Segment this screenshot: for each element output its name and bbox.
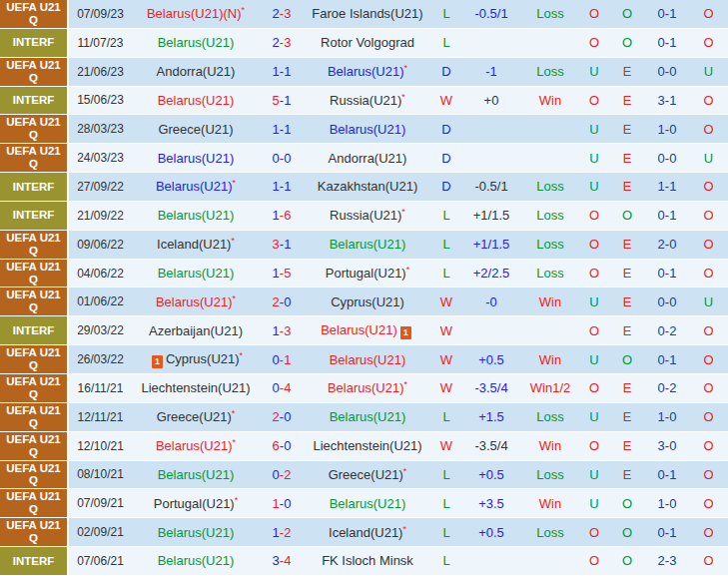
over-under-2-cell: U bbox=[689, 144, 728, 173]
odd-even-cell: O bbox=[609, 28, 645, 57]
away-team-name: Rotor Volgograd bbox=[321, 35, 414, 50]
result-letter-cell: W bbox=[431, 373, 461, 402]
home-team-cell[interactable]: Belarus(U21)* bbox=[132, 173, 260, 202]
home-team-cell[interactable]: Liechtenstein(U21) bbox=[132, 373, 260, 402]
handicap-result-cell: Loss bbox=[521, 57, 579, 86]
away-team-cell[interactable]: Greece(U21)* bbox=[304, 460, 431, 489]
halftime-score-cell: 0-0 bbox=[645, 144, 689, 173]
home-team-name: Azerbaijan(U21) bbox=[149, 323, 243, 338]
away-team-cell[interactable]: Belarus(U21)* bbox=[304, 373, 431, 402]
competition-cell: UEFA U21 Q bbox=[0, 115, 68, 144]
halftime-score-cell: 1-0 bbox=[645, 402, 689, 431]
competition-cell: INTERF bbox=[0, 547, 68, 576]
home-team-cell[interactable]: Belarus(U21) bbox=[132, 518, 260, 547]
handicap-result-cell: Loss bbox=[521, 402, 579, 431]
home-team-cell[interactable]: Belarus(U21) bbox=[132, 460, 260, 489]
handicap-result-cell: Win bbox=[521, 431, 579, 460]
away-team-cell[interactable]: Portugal(U21)* bbox=[304, 259, 431, 288]
halftime-score-cell: 0-0 bbox=[645, 288, 689, 316]
handicap-cell: +1/1.5 bbox=[461, 201, 521, 230]
result-letter-cell: W bbox=[431, 86, 461, 115]
home-team-cell[interactable]: 1Cyprus(U21)* bbox=[132, 345, 260, 374]
home-team-cell[interactable]: Belarus(U21) bbox=[132, 547, 260, 576]
home-team-cell[interactable]: Greece(U21) bbox=[132, 115, 260, 144]
over-under-cell: U bbox=[579, 489, 609, 518]
away-team-cell[interactable]: Iceland(U21)* bbox=[304, 518, 431, 547]
halftime-score-cell: 0-2 bbox=[645, 316, 689, 345]
away-team-cell[interactable]: Russia(U21)* bbox=[304, 86, 431, 115]
handicap-cell: +3.5 bbox=[461, 489, 521, 518]
home-team-cell[interactable]: Azerbaijan(U21) bbox=[132, 316, 260, 345]
home-team-cell[interactable]: Belarus(U21) bbox=[132, 259, 260, 288]
home-team-cell[interactable]: Belarus(U21) bbox=[132, 201, 260, 230]
fulltime-score-cell: 3-1 bbox=[260, 230, 304, 259]
competition-cell: INTERF bbox=[0, 201, 68, 230]
handicap-cell: -1 bbox=[461, 57, 521, 86]
away-team-cell[interactable]: Belarus(U21) bbox=[304, 345, 431, 374]
away-team-cell[interactable]: Russia(U21)* bbox=[304, 201, 431, 230]
away-team-name: Faroe Islands(U21) bbox=[312, 6, 422, 21]
home-team-cell[interactable]: Belarus(U21)* bbox=[132, 288, 260, 316]
away-team-cell[interactable]: Andorra(U21) bbox=[304, 144, 431, 173]
home-team-cell[interactable]: Belarus(U21)(N)* bbox=[132, 0, 260, 28]
date-cell: 09/06/22 bbox=[68, 230, 132, 259]
odd-even-cell: E bbox=[609, 144, 645, 173]
fulltime-score-cell: 2-3 bbox=[260, 0, 304, 28]
home-team-cell[interactable]: Andorra(U21) bbox=[132, 57, 260, 86]
handicap-cell: +0 bbox=[461, 86, 521, 115]
away-team-cell[interactable]: Belarus(U21)1 bbox=[304, 316, 431, 345]
fulltime-score-cell: 1-5 bbox=[260, 259, 304, 288]
competition-cell: UEFA U21 Q bbox=[0, 57, 68, 86]
odd-even-cell: O bbox=[609, 201, 645, 230]
odd-even-cell: E bbox=[609, 173, 645, 202]
table-row: INTERF11/07/23Belarus(U21)2-3Rotor Volgo… bbox=[0, 28, 728, 57]
halftime-score-cell: 0-0 bbox=[645, 57, 689, 86]
handicap-result-cell: Win bbox=[521, 288, 579, 316]
table-row: INTERF07/06/21Belarus(U21)3-4FK Isloch M… bbox=[0, 547, 728, 576]
over-under-2-cell: O bbox=[689, 489, 728, 518]
away-team-cell[interactable]: Belarus(U21) bbox=[304, 402, 431, 431]
date-cell: 24/03/23 bbox=[68, 144, 132, 173]
result-letter-cell: L bbox=[431, 518, 461, 547]
result-letter-cell: L bbox=[431, 489, 461, 518]
home-team-cell[interactable]: Belarus(U21) bbox=[132, 28, 260, 57]
fulltime-score-cell: 1-6 bbox=[260, 201, 304, 230]
away-team-cell[interactable]: Liechtenstein(U21) bbox=[304, 431, 431, 460]
table-row: UEFA U21 Q12/11/21Greece(U21)*2-0Belarus… bbox=[0, 402, 728, 431]
home-team-cell[interactable]: Iceland(U21)* bbox=[132, 230, 260, 259]
halftime-score-cell: 2-0 bbox=[645, 230, 689, 259]
away-team-cell[interactable]: Faroe Islands(U21) bbox=[304, 0, 431, 28]
over-under-2-cell: O bbox=[689, 460, 728, 489]
fulltime-score-cell: 0-4 bbox=[260, 373, 304, 402]
away-team-cell[interactable]: Belarus(U21) bbox=[304, 230, 431, 259]
home-team-cell[interactable]: Portugal(U21)* bbox=[132, 489, 260, 518]
halftime-score-cell: 0-1 bbox=[645, 0, 689, 28]
away-team-cell[interactable]: Kazakhstan(U21) bbox=[304, 173, 431, 202]
home-team-cell[interactable]: Belarus(U21)* bbox=[132, 431, 260, 460]
away-team-cell[interactable]: Cyprus(U21) bbox=[304, 288, 431, 316]
away-team-cell[interactable]: Belarus(U21) bbox=[304, 489, 431, 518]
home-team-name: Belarus(U21) bbox=[156, 294, 233, 309]
table-row: UEFA U21 Q24/03/23Belarus(U21)0-0Andorra… bbox=[0, 144, 728, 173]
away-team-cell[interactable]: FK Isloch Minsk bbox=[304, 547, 431, 576]
handicap-result-cell: Loss bbox=[521, 259, 579, 288]
home-team-cell[interactable]: Belarus(U21) bbox=[132, 144, 260, 173]
home-team-name: Iceland(U21) bbox=[157, 237, 231, 252]
date-cell: 29/03/22 bbox=[68, 316, 132, 345]
result-letter-cell: W bbox=[431, 431, 461, 460]
over-under-cell: U bbox=[579, 288, 609, 316]
away-team-name: Belarus(U21) bbox=[330, 237, 406, 252]
date-cell: 04/06/22 bbox=[68, 259, 132, 288]
table-row: INTERF27/09/22Belarus(U21)*1-1Kazakhstan… bbox=[0, 173, 728, 202]
over-under-2-cell: O bbox=[689, 259, 728, 288]
red-card-icon: 1 bbox=[152, 355, 163, 368]
away-team-cell[interactable]: Belarus(U21)* bbox=[304, 57, 431, 86]
away-team-cell[interactable]: Rotor Volgograd bbox=[304, 28, 431, 57]
home-team-cell[interactable]: Greece(U21)* bbox=[132, 402, 260, 431]
table-row: UEFA U21 Q01/06/22Belarus(U21)*2-0Cyprus… bbox=[0, 288, 728, 316]
over-under-cell: O bbox=[579, 0, 609, 28]
over-under-cell: O bbox=[579, 201, 609, 230]
home-team-cell[interactable]: Belarus(U21) bbox=[132, 86, 260, 115]
over-under-2-cell: O bbox=[689, 173, 728, 202]
away-team-cell[interactable]: Belarus(U21) bbox=[304, 115, 431, 144]
